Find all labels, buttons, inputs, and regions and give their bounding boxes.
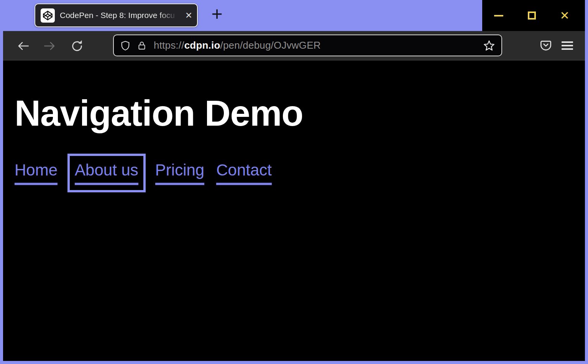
url-scheme: https:// [154,39,184,51]
pocket-icon [540,39,552,52]
maximize-icon [528,11,536,20]
maximize-button[interactable] [515,0,548,31]
tab-title: CodePen - Step 8: Improve focu [60,11,180,20]
app-menu-button[interactable] [561,39,573,52]
minimize-icon [494,15,503,16]
nav-link-home[interactable]: Home [15,161,57,185]
reload-button[interactable] [68,37,86,55]
back-arrow-icon [17,39,30,52]
hamburger-icon [562,41,573,43]
forward-arrow-icon [43,39,56,52]
browser-tab[interactable]: CodePen - Step 8: Improve focu ✕ [34,3,198,27]
tab-close-icon[interactable]: ✕ [185,11,192,20]
tracking-shield-icon[interactable] [120,40,131,51]
minimize-button[interactable] [482,0,515,31]
nav-link-about-us[interactable]: About us [75,161,138,185]
page-content: Navigation Demo HomeAbout usPricingConta… [3,61,585,361]
lock-icon[interactable] [137,40,147,51]
forward-button[interactable] [41,37,58,55]
close-button[interactable]: ✕ [548,0,581,31]
address-bar[interactable]: https://cdpn.io/pen/debug/OJvwGER [113,34,502,56]
nav-link-pricing[interactable]: Pricing [155,161,204,185]
close-icon: ✕ [560,10,569,21]
tab-strip: CodePen - Step 8: Improve focu ✕ + ✕ [3,0,585,31]
url-text[interactable]: https://cdpn.io/pen/debug/OJvwGER [154,39,321,51]
window-controls: ✕ [482,0,585,31]
pocket-button[interactable] [540,39,552,52]
bookmark-star-icon[interactable] [483,39,495,52]
browser-window: CodePen - Step 8: Improve focu ✕ + ✕ [0,0,588,364]
site-navigation: HomeAbout usPricingContact [15,161,585,185]
nav-link-contact[interactable]: Contact [216,161,272,185]
url-path: /pen/debug/OJvwGER [220,39,320,51]
new-tab-button[interactable]: + [207,3,227,26]
codepen-favicon-icon [41,8,55,23]
browser-toolbar: https://cdpn.io/pen/debug/OJvwGER [3,31,585,61]
back-button[interactable] [15,37,32,55]
url-domain: cdpn.io [184,39,220,51]
page-title: Navigation Demo [15,93,585,134]
reload-icon [71,39,84,52]
